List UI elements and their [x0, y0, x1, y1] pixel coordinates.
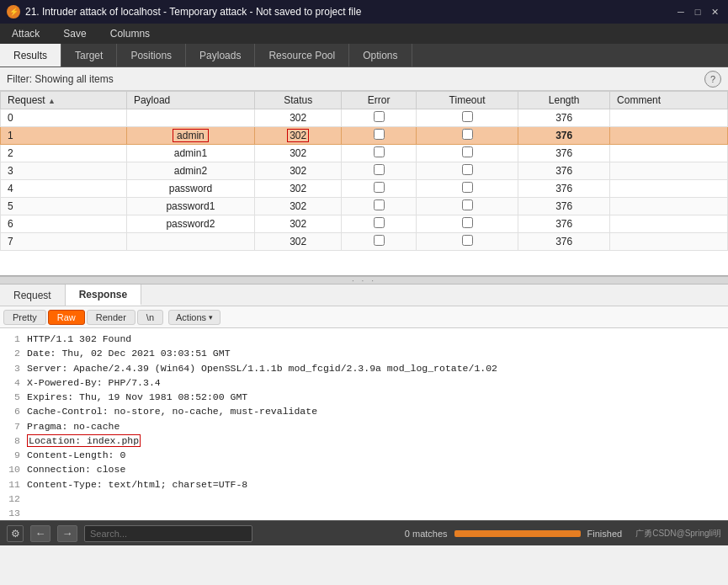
line-content [27, 506, 721, 520]
cell-length: 376 [518, 180, 610, 198]
cell-payload: password2 [126, 215, 254, 233]
view-render[interactable]: Render [87, 310, 136, 325]
back-button[interactable]: ← [30, 525, 50, 542]
list-item: 13 [7, 506, 721, 520]
menu-attack[interactable]: Attack [7, 26, 45, 41]
menu-bar: Attack Save Columns [0, 24, 728, 44]
cell-error [342, 215, 417, 233]
tab-target[interactable]: Target [61, 44, 117, 66]
list-item: 4X-Powered-By: PHP/7.3.4 [7, 375, 721, 390]
line-number: 13 [7, 506, 20, 520]
list-item: 12 [7, 492, 721, 506]
settings-icon[interactable]: ⚙ [7, 525, 24, 542]
cell-payload [126, 233, 254, 251]
cell-status: 302 [254, 109, 341, 127]
tab-response[interactable]: Response [66, 285, 141, 306]
menu-save[interactable]: Save [58, 26, 91, 41]
cell-payload: admin1 [126, 145, 254, 162]
col-status[interactable]: Status [254, 92, 341, 109]
line-number: 2 [7, 346, 20, 360]
line-number: 9 [7, 448, 20, 462]
table-row[interactable]: 2admin1302376 [1, 145, 728, 162]
cell-comment [610, 233, 728, 251]
table-row[interactable]: 6password2302376 [1, 215, 728, 233]
actions-button[interactable]: Actions ▾ [168, 310, 221, 325]
tab-resource-pool[interactable]: Resource Pool [255, 44, 349, 66]
list-item: 6Cache-Control: no-store, no-cache, must… [7, 404, 721, 418]
tab-options[interactable]: Options [349, 44, 412, 66]
cell-status: 302 [254, 215, 341, 233]
forward-button[interactable]: → [57, 525, 77, 542]
tab-results[interactable]: Results [0, 44, 61, 66]
dropdown-icon: ▾ [209, 313, 213, 322]
line-number: 3 [7, 361, 20, 375]
finished-label: Finished [587, 529, 623, 539]
cell-length: 376 [518, 145, 610, 162]
cell-comment [610, 127, 728, 145]
cell-timeout [416, 198, 518, 215]
cell-timeout [416, 215, 518, 233]
list-item: 7Pragma: no-cache [7, 419, 721, 433]
col-error[interactable]: Error [342, 92, 417, 109]
cell-request: 3 [1, 162, 127, 180]
cell-timeout [416, 145, 518, 162]
cell-error [342, 109, 417, 127]
tab-bar: Results Target Positions Payloads Resour… [0, 44, 728, 67]
cell-timeout [416, 180, 518, 198]
window-controls[interactable]: ─ □ ✕ [674, 5, 721, 19]
col-comment[interactable]: Comment [610, 92, 728, 109]
table-row[interactable]: 4password302376 [1, 180, 728, 198]
menu-columns[interactable]: Columns [105, 26, 155, 41]
table-row[interactable]: 0302376 [1, 109, 728, 127]
list-item: 3Server: Apache/2.4.39 (Win64) OpenSSL/1… [7, 361, 721, 375]
tab-request[interactable]: Request [0, 285, 66, 306]
minimize-button[interactable]: ─ [674, 5, 688, 19]
line-content: Content-Length: 0 [27, 448, 721, 462]
cell-request: 0 [1, 109, 127, 127]
cell-comment [610, 180, 728, 198]
cell-status: 302 [254, 145, 341, 162]
cell-status: 302 [254, 162, 341, 180]
table-row[interactable]: 7302376 [1, 233, 728, 251]
line-content: Connection: close [27, 462, 721, 476]
search-input[interactable] [84, 525, 252, 542]
title-bar-left: ⚡ 21. Intruder attack of localhost - Tem… [7, 5, 361, 19]
cell-timeout [416, 127, 518, 145]
col-timeout[interactable]: Timeout [416, 92, 518, 109]
tab-payloads[interactable]: Payloads [186, 44, 255, 66]
cell-length: 376 [518, 215, 610, 233]
line-content: Expires: Thu, 19 Nov 1981 08:52:00 GMT [27, 390, 721, 404]
maximize-button[interactable]: □ [691, 5, 704, 19]
line-number: 6 [7, 404, 20, 418]
title-bar: ⚡ 21. Intruder attack of localhost - Tem… [0, 0, 728, 24]
view-raw[interactable]: Raw [48, 310, 85, 325]
view-newline[interactable]: \n [137, 310, 163, 325]
cell-request: 2 [1, 145, 127, 162]
list-item: 11Content-Type: text/html; charset=UTF-8 [7, 477, 721, 492]
cell-payload: password [126, 180, 254, 198]
cell-timeout [416, 233, 518, 251]
actions-label: Actions [176, 312, 206, 322]
view-pretty[interactable]: Pretty [3, 310, 46, 325]
divider[interactable]: · · · [0, 276, 728, 285]
table-row[interactable]: 1admin302376 [1, 127, 728, 145]
line-number: 8 [7, 433, 20, 448]
status-bar: ⚙ ← → 0 matches Finished 广勇CSDN@Springli… [0, 520, 728, 545]
results-table-container: Request ▲ Payload Status Error Timeout L… [0, 91, 728, 276]
table-row[interactable]: 5password1302376 [1, 198, 728, 215]
col-length[interactable]: Length [518, 92, 610, 109]
line-number: 7 [7, 419, 20, 433]
line-number: 4 [7, 375, 20, 390]
tab-positions[interactable]: Positions [117, 44, 186, 66]
close-button[interactable]: ✕ [708, 5, 721, 19]
col-payload[interactable]: Payload [126, 92, 254, 109]
col-request[interactable]: Request ▲ [1, 92, 127, 109]
table-row[interactable]: 3admin2302376 [1, 162, 728, 180]
cell-error [342, 127, 417, 145]
line-content [27, 492, 721, 506]
filter-bar: Filter: Showing all items ? [0, 67, 728, 91]
req-res-tabs: Request Response [0, 285, 728, 306]
cell-status: 302 [254, 127, 341, 145]
cell-payload [126, 109, 254, 127]
help-button[interactable]: ? [704, 71, 721, 88]
